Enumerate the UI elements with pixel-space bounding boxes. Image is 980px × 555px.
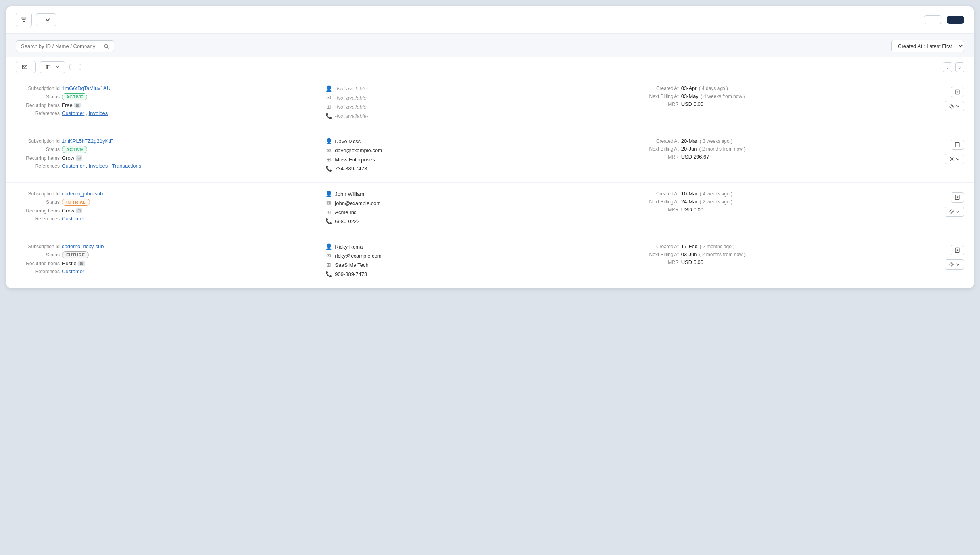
create-subscription-button[interactable] xyxy=(947,16,964,24)
view-details-button[interactable] xyxy=(951,192,964,203)
sub-col-left: Subscription Id 1mG6fDqTaMluv1AU Status … xyxy=(16,85,321,118)
field-label-status: Status xyxy=(16,147,60,152)
settings-button[interactable] xyxy=(945,207,964,217)
view-details-button[interactable] xyxy=(951,245,964,255)
email-icon: ✉ xyxy=(325,147,332,153)
plan-tag: Grow ⊞ xyxy=(62,155,82,161)
contact-phone-row: 📞 -Not available- xyxy=(325,113,630,119)
search-wrap xyxy=(16,40,114,52)
mrr-row: MRR USD 296.67 xyxy=(635,154,940,160)
sub-col-contact: 👤 Dave Moss ✉ dave@example.com ⊞ Moss En… xyxy=(325,138,630,174)
next-billing-row: Next Billing At 03-May ( 4 weeks from no… xyxy=(635,93,940,99)
created-at-row: Created At 03-Apr ( 4 days ago ) xyxy=(635,85,940,91)
ref-link[interactable]: Invoices xyxy=(89,110,108,116)
view-details-button[interactable] xyxy=(951,87,964,97)
company-icon: ⊞ xyxy=(325,262,332,268)
plan-icon: ⊞ xyxy=(78,261,85,266)
contact-name-row: 👤 John William xyxy=(325,191,630,197)
next-page-button[interactable]: › xyxy=(955,62,964,72)
settings-button[interactable] xyxy=(945,101,964,111)
subscription-id-link[interactable]: cbdemo_ricky-sub xyxy=(62,243,104,249)
gear-icon xyxy=(949,103,955,109)
contact-email-row: ✉ -Not available- xyxy=(325,94,630,101)
svg-point-12 xyxy=(951,105,953,107)
import-subscriptions-button[interactable] xyxy=(924,15,942,24)
search-icon xyxy=(104,44,109,49)
svg-point-3 xyxy=(104,44,108,48)
prev-page-button[interactable]: ‹ xyxy=(943,62,952,72)
phone-icon: 📞 xyxy=(325,165,332,172)
sub-col-billing: Created At 20-Mar ( 3 weeks ago ) Next B… xyxy=(635,138,940,162)
subscription-id-link[interactable]: 1mKPL5hTZ2g21yKtF xyxy=(62,138,113,144)
email-icon: ✉ xyxy=(325,253,332,259)
search-input[interactable] xyxy=(21,43,100,49)
created-at-note: ( 4 weeks ago ) xyxy=(700,191,732,197)
notes-icon xyxy=(955,195,960,200)
field-label-status: Status xyxy=(16,94,60,100)
action-bar: ‹ › xyxy=(6,57,974,77)
svg-point-27 xyxy=(951,264,953,265)
sub-col-left: Subscription Id cbdemo_john-sub Status I… xyxy=(16,191,321,224)
gear-chevron-icon xyxy=(956,210,960,214)
created-at-value: 17-Feb xyxy=(681,243,698,249)
phone-icon: 📞 xyxy=(325,113,332,119)
ref-link[interactable]: Customer xyxy=(62,268,84,274)
company-icon: ⊞ xyxy=(325,103,332,110)
created-at-row: Created At 10-Mar ( 4 weeks ago ) xyxy=(635,191,940,197)
table-row: Subscription Id cbdemo_john-sub Status I… xyxy=(6,183,974,235)
subscriptions-dropdown[interactable] xyxy=(36,13,56,26)
header-right xyxy=(924,15,964,24)
next-billing-value: 24-Mar xyxy=(681,199,698,205)
subscription-id-link[interactable]: cbdemo_john-sub xyxy=(62,191,103,197)
company-icon: ⊞ xyxy=(325,156,332,163)
created-at-value: 20-Mar xyxy=(681,138,698,144)
user-icon: 👤 xyxy=(325,85,332,92)
next-billing-note: ( 2 months from now ) xyxy=(699,252,746,257)
gear-icon xyxy=(949,156,955,162)
mrr-value: USD 296.67 xyxy=(681,154,709,160)
next-billing-value: 20-Jun xyxy=(681,146,697,152)
mrr-value: USD 0.00 xyxy=(681,207,703,212)
ref-link[interactable]: Customer xyxy=(62,110,84,116)
settings-button[interactable] xyxy=(945,154,964,164)
field-label-status: Status xyxy=(16,252,60,258)
subscription-id-link[interactable]: 1mG6fDqTaMluv1AU xyxy=(62,85,110,91)
created-at-note: ( 3 weeks ago ) xyxy=(700,138,732,144)
gear-chevron-icon xyxy=(956,157,960,161)
view-details-button[interactable] xyxy=(951,140,964,150)
created-at-note: ( 4 days ago ) xyxy=(699,86,728,91)
export-button[interactable] xyxy=(40,61,65,73)
toolbar-left xyxy=(16,40,114,52)
mrr-row: MRR USD 0.00 xyxy=(635,101,940,107)
contact-email-row: ✉ john@example.com xyxy=(325,200,630,206)
next-billing-value: 03-Jun xyxy=(681,251,697,257)
gear-icon xyxy=(949,209,955,214)
created-at-label: Created At xyxy=(635,191,679,197)
header-left xyxy=(16,13,56,27)
ref-link[interactable]: Customer xyxy=(62,216,84,222)
created-at-value: 10-Mar xyxy=(681,191,698,197)
created-at-row: Created At 20-Mar ( 3 weeks ago ) xyxy=(635,138,940,144)
field-label-references: References xyxy=(16,111,60,116)
email-icon: ✉ xyxy=(325,200,332,206)
contact-company-row: ⊞ -Not available- xyxy=(325,103,630,110)
ref-link[interactable]: Customer xyxy=(62,163,84,169)
send-email-button[interactable] xyxy=(16,61,36,73)
subscriptions-list: Subscription Id 1mG6fDqTaMluv1AU Status … xyxy=(6,77,974,288)
settings-button[interactable] xyxy=(945,259,964,270)
filter-button[interactable] xyxy=(16,13,32,27)
svg-line-4 xyxy=(107,47,109,49)
field-label-id: Subscription Id xyxy=(16,138,60,144)
next-billing-label: Next Billing At xyxy=(635,94,679,99)
sub-col-billing: Created At 03-Apr ( 4 days ago ) Next Bi… xyxy=(635,85,940,109)
ref-link[interactable]: Transactions xyxy=(112,163,141,169)
mrr-label: MRR xyxy=(635,154,679,160)
gear-chevron-icon xyxy=(956,262,960,266)
contact-company-row: ⊞ Acme Inc. xyxy=(325,209,630,215)
sort-select[interactable]: Created At : Latest First xyxy=(891,40,964,52)
next-billing-note: ( 2 months from now ) xyxy=(699,146,746,152)
next-billing-label: Next Billing At xyxy=(635,252,679,257)
notes-icon xyxy=(955,247,960,253)
ref-link[interactable]: Invoices xyxy=(89,163,108,169)
bulk-action-button[interactable] xyxy=(69,64,81,70)
